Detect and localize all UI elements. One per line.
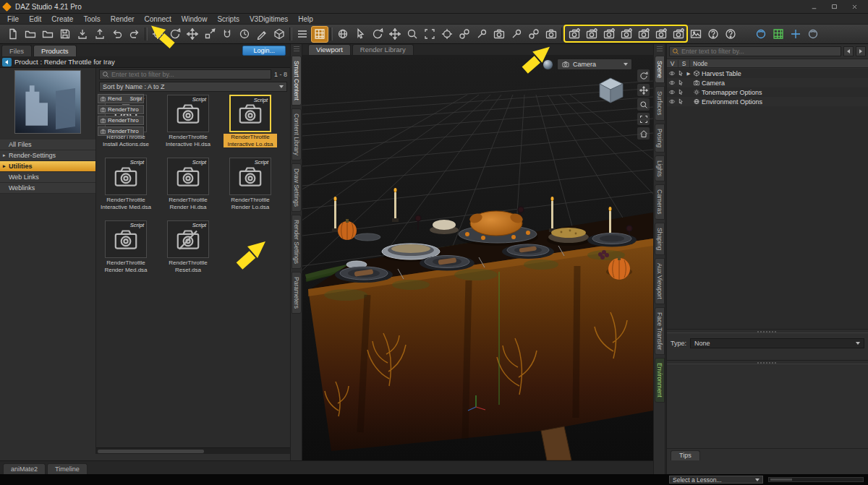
- cursor-icon[interactable]: [677, 70, 684, 77]
- cursor-icon[interactable]: [677, 89, 684, 95]
- aim-view-tool[interactable]: [438, 26, 456, 43]
- menu-edit[interactable]: Edit: [24, 15, 46, 23]
- category-web-links[interactable]: Web Links: [0, 172, 95, 183]
- lesson-scrollbar[interactable]: [768, 477, 864, 482]
- pin-translation-button[interactable]: [473, 26, 490, 43]
- category-utilities[interactable]: ▸ Utilities: [0, 161, 95, 172]
- iray-status-icon[interactable]: [804, 26, 822, 43]
- whats-this-button[interactable]: [722, 26, 739, 43]
- pan-view-button[interactable]: [637, 84, 650, 96]
- render-button[interactable]: [687, 26, 705, 43]
- menu-scripts[interactable]: Scripts: [212, 15, 244, 23]
- new-scene-button[interactable]: [4, 26, 22, 43]
- menu-file[interactable]: File: [2, 15, 24, 23]
- tab-smart-content[interactable]: Smart Content: [292, 56, 302, 106]
- tab-posing[interactable]: Posing: [655, 124, 665, 153]
- home-view-button[interactable]: [637, 127, 650, 140]
- filter-next-button[interactable]: [856, 46, 866, 56]
- export-button[interactable]: [91, 26, 109, 43]
- link-tool[interactable]: [456, 26, 473, 43]
- category-render-settings[interactable]: ▸ Render-Settings: [0, 150, 95, 161]
- camera-view-button[interactable]: [490, 26, 508, 43]
- eye-icon[interactable]: [668, 80, 676, 86]
- orbit-view-button[interactable]: [637, 69, 650, 82]
- iray-preview-button[interactable]: [334, 26, 352, 43]
- open-scene-button[interactable]: [22, 26, 39, 43]
- horizontal-scrollbar[interactable]: [96, 447, 290, 454]
- undo-button[interactable]: [109, 26, 126, 43]
- tips-button[interactable]: Tips: [671, 450, 700, 460]
- scene-navigator-tool[interactable]: [149, 26, 166, 43]
- render-throttle-render-med-button[interactable]: [670, 26, 687, 43]
- menu-help[interactable]: Help: [293, 15, 318, 23]
- tab-draw-settings[interactable]: Draw Settings: [292, 163, 302, 212]
- splitter[interactable]: [667, 360, 868, 364]
- render-throttle-render-lo-button[interactable]: [652, 26, 670, 43]
- viewport-sphere-icon[interactable]: [542, 59, 553, 70]
- product-thumbnail[interactable]: [14, 70, 81, 134]
- link-selection-button[interactable]: [525, 26, 542, 43]
- node-environment-options[interactable]: Environment Options: [667, 97, 868, 106]
- tab-environment[interactable]: Environment: [655, 358, 665, 403]
- tab-surfaces[interactable]: Surfaces: [655, 86, 665, 121]
- surface-selection-tool[interactable]: [253, 26, 271, 43]
- pan-view-tool[interactable]: [386, 26, 404, 43]
- toolbar-button[interactable]: [143, 26, 149, 43]
- render-throttle-interactive-med-button[interactable]: [618, 26, 635, 43]
- tab-animate2[interactable]: aniMate2: [3, 463, 46, 474]
- rotate-tool[interactable]: [166, 26, 184, 43]
- node-selection-tool[interactable]: [352, 26, 369, 43]
- cursor-icon[interactable]: [677, 98, 684, 105]
- filter-input[interactable]: [111, 71, 268, 78]
- lesson-dropdown[interactable]: Select a Lesson...: [669, 476, 763, 484]
- maximize-button[interactable]: [824, 1, 844, 13]
- list-item[interactable]: RenderThro: [98, 126, 144, 136]
- file-renderthrottle-interactive-lo[interactable]: Script RenderThrottle Interactive Lo.dsa: [224, 95, 277, 147]
- login-button[interactable]: Login...: [242, 46, 286, 56]
- file-renderthrottle-interactive-med[interactable]: Script RenderThrottle Interactive Med.ds…: [99, 158, 153, 210]
- filter-prev-button[interactable]: [843, 46, 854, 56]
- save-scene-button[interactable]: [56, 26, 74, 43]
- menu-render[interactable]: Render: [106, 15, 140, 23]
- toolbar-button[interactable]: [328, 26, 334, 43]
- import-button[interactable]: [74, 26, 91, 43]
- snap-tool[interactable]: [218, 26, 236, 43]
- frame-view-tool[interactable]: [421, 26, 438, 43]
- camera-settings-button[interactable]: [542, 26, 560, 43]
- tab-timeline[interactable]: Timeline: [47, 463, 88, 474]
- dolly-view-tool[interactable]: [404, 26, 421, 43]
- tab-parameters[interactable]: Parameters: [292, 272, 302, 314]
- list-item[interactable]: RenderThro: [98, 116, 144, 125]
- add-content-button[interactable]: [787, 26, 804, 43]
- frame-view-button[interactable]: [637, 113, 650, 125]
- toolbar-button[interactable]: [560, 26, 566, 43]
- connect-status-icon[interactable]: [752, 26, 770, 43]
- list-item[interactable]: Rend Script: [98, 94, 144, 103]
- category-all-files[interactable]: All Files: [0, 140, 95, 150]
- view-cube[interactable]: [594, 74, 627, 107]
- zoom-view-button[interactable]: [637, 98, 650, 111]
- node-harvest-table[interactable]: ▶ Harvest Table: [667, 69, 868, 78]
- tab-render-settings[interactable]: Render Settings: [292, 215, 302, 269]
- render-throttle-render-hi-button[interactable]: [635, 26, 652, 43]
- eye-icon[interactable]: [668, 89, 676, 95]
- file-renderthrottle-render-lo[interactable]: Script RenderThrottle Render Lo.dsa: [224, 158, 277, 210]
- type-dropdown[interactable]: None: [690, 338, 864, 348]
- category-weblinks[interactable]: Weblinks: [0, 183, 95, 194]
- draw-style-button[interactable]: [311, 26, 328, 43]
- tab-products[interactable]: Products: [33, 45, 77, 56]
- scale-tool[interactable]: [201, 26, 218, 43]
- tab-files[interactable]: Files: [1, 45, 32, 56]
- cursor-icon[interactable]: [677, 80, 684, 86]
- translate-tool[interactable]: [184, 26, 201, 43]
- sort-dropdown[interactable]: Sort by Name : A to Z: [99, 82, 287, 92]
- merge-scene-button[interactable]: [39, 26, 56, 43]
- node-tonemapper-options[interactable]: Tonemapper Options: [667, 87, 868, 97]
- tab-cameras[interactable]: Cameras: [655, 184, 665, 219]
- menu-window[interactable]: Window: [176, 15, 213, 23]
- tab-lights[interactable]: Lights: [655, 155, 665, 182]
- toolbar-button[interactable]: [288, 26, 294, 43]
- file-renderthrottle-reset[interactable]: Script RenderThrottle Reset.dsa: [161, 220, 215, 273]
- expander-icon[interactable]: ▶: [686, 71, 692, 77]
- viewport-scene[interactable]: [302, 55, 653, 460]
